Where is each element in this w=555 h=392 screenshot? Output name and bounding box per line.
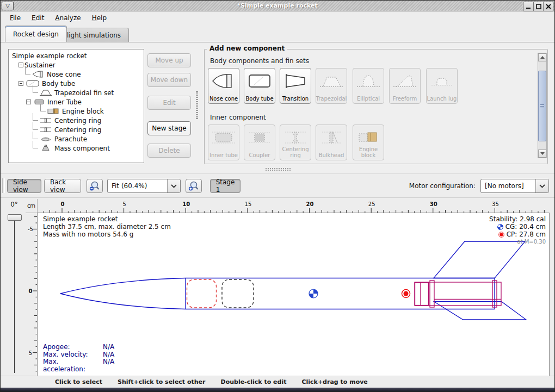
trapezoidal-fin-icon: [319, 73, 344, 89]
tree-item-trapezoidal-fin-set[interactable]: Trapezoidal fin set: [10, 88, 144, 97]
title-bar: ▽ *Simple example rocket: [1, 1, 554, 11]
add-launch-lug-button: Launch lug: [426, 68, 458, 104]
nose-cone-icon: [211, 73, 236, 89]
rocket-canvas[interactable]: Simple example rocket Length 37.5 cm, ma…: [38, 213, 549, 376]
inner-component-label: Inner component: [210, 114, 266, 121]
parachute-outline[interactable]: [187, 279, 217, 308]
rocket-info-text: Simple example rocket Length 37.5 cm, ma…: [43, 215, 171, 238]
rocket-outline[interactable]: [60, 241, 526, 320]
tree-item-centering-ring-2[interactable]: Centering ring: [10, 125, 144, 134]
svg-text:5: 5: [29, 350, 32, 356]
chevron-down-icon[interactable]: [535, 179, 548, 192]
engine-block-outline: [415, 283, 429, 306]
centering-ring-icon: [40, 117, 52, 124]
add-body-tube-button[interactable]: Body tube: [244, 68, 275, 104]
zoom-level-select[interactable]: Fit (60.4%): [107, 179, 181, 193]
cp-marker[interactable]: [402, 290, 410, 298]
tab-rocket-design[interactable]: Rocket design: [5, 26, 67, 42]
scroll-down-icon[interactable]: [538, 150, 546, 158]
horizontal-splitter[interactable]: [266, 168, 291, 171]
elliptical-fin-icon: [356, 73, 381, 89]
max-velocity-value: N/A: [103, 351, 114, 359]
rotation-slider-track[interactable]: [14, 216, 15, 373]
menu-analyze[interactable]: Analyze: [50, 13, 85, 23]
side-view-button[interactable]: Side view: [7, 179, 41, 193]
scroll-up-icon[interactable]: [538, 53, 546, 61]
add-trapezoidal-fin-button: Trapezoidal: [316, 68, 347, 104]
component-tree[interactable]: Simple example rocket Sustainer Nose con…: [8, 49, 144, 163]
svg-text:0: 0: [29, 288, 33, 294]
svg-text:25: 25: [368, 201, 375, 207]
svg-text:5: 5: [122, 201, 126, 207]
cg-marker[interactable]: [309, 289, 318, 298]
stability-info: Stability: 2.98 cal CG: 20.4 cm CP: 27.8…: [489, 215, 546, 245]
add-coupler-button: Coupler: [244, 125, 275, 160]
collapse-icon[interactable]: [26, 99, 31, 104]
mass-component-icon: [40, 145, 52, 152]
tree-item-body-tube[interactable]: Body tube: [10, 79, 144, 88]
engine-block-icon: [356, 129, 381, 146]
add-nose-cone-button[interactable]: Nose cone: [208, 68, 239, 104]
launch-lug-icon: [429, 73, 454, 89]
apogee-value: N/A: [103, 344, 114, 351]
cp-value: CP: 27.8 cm: [507, 231, 546, 238]
stage-1-toggle[interactable]: Stage 1: [210, 179, 240, 193]
motor-configuration-select[interactable]: [No motors]: [480, 179, 549, 193]
tree-item-inner-tube[interactable]: Inner Tube: [10, 97, 144, 107]
menu-bar: File Edit Analyze Help: [1, 11, 554, 24]
fin-upper[interactable]: [434, 241, 525, 278]
parachute-icon: [40, 135, 52, 142]
edit-button: Edit: [147, 96, 191, 110]
mass-component-outline[interactable]: [222, 279, 254, 308]
svg-text:30: 30: [430, 201, 437, 207]
zoom-in-button[interactable]: [186, 179, 202, 193]
component-panel-scrollbar[interactable]: [538, 53, 547, 158]
add-new-component-group: Add new component Body components and fi…: [204, 49, 548, 164]
menu-edit[interactable]: Edit: [27, 13, 49, 23]
cp-legend-icon: [498, 232, 504, 238]
flight-stats: Apogee:N/A Max. velocity:N/A Max. accele…: [43, 344, 114, 373]
inner-tube-outline: [415, 282, 501, 306]
rotation-angle-value: 0°: [4, 201, 24, 208]
collapse-icon[interactable]: [18, 81, 23, 86]
cg-value: CG: 20.4 cm: [505, 223, 546, 231]
menu-help[interactable]: Help: [87, 13, 112, 23]
motor-mount-outline[interactable]: [415, 281, 501, 307]
tree-item-parachute[interactable]: Parachute: [10, 134, 144, 144]
centering-ring-icon: [283, 129, 308, 146]
chevron-down-icon[interactable]: [167, 179, 180, 192]
status-bar: Click to select Shift+click to select ot…: [1, 376, 554, 388]
collapse-icon[interactable]: [18, 63, 23, 67]
fin-lower[interactable]: [434, 302, 526, 320]
scrollbar-thumb[interactable]: [538, 71, 546, 141]
horizontal-ruler: 05101520253035: [38, 199, 549, 213]
window-title: *Simple example rocket: [1, 2, 554, 9]
centering-ring-icon: [40, 126, 52, 133]
maximize-icon[interactable]: [533, 2, 543, 11]
add-elliptical-fin-button: Elliptical: [353, 68, 384, 104]
zoom-out-button[interactable]: [87, 179, 103, 193]
svg-text:10: 10: [182, 201, 190, 207]
tree-item-mass-component[interactable]: Mass component: [10, 144, 144, 153]
tab-strip: Rocket design Flight simulations: [1, 24, 554, 42]
tree-item-centering-ring-1[interactable]: Centering ring: [10, 116, 144, 125]
menu-file[interactable]: File: [5, 13, 26, 23]
svg-text:0: 0: [61, 201, 65, 207]
bulkhead-icon: [319, 129, 344, 146]
add-transition-button[interactable]: Transition: [280, 68, 311, 104]
move-down-button: Move down: [147, 73, 191, 87]
back-view-button[interactable]: Back view: [44, 179, 81, 193]
new-stage-button[interactable]: New stage: [147, 121, 191, 135]
freeform-fin-icon: [392, 73, 417, 89]
tree-item-nose-cone[interactable]: Nose cone: [10, 70, 144, 79]
group-title: Add new component: [207, 45, 287, 52]
minimize-icon[interactable]: [523, 2, 533, 11]
tree-item-engine-block[interactable]: Engine block: [10, 107, 144, 116]
hint-shift-click: Shift+click to select other: [118, 378, 206, 385]
vertical-splitter[interactable]: [196, 91, 198, 119]
close-icon[interactable]: [543, 2, 553, 11]
tree-item-rocket[interactable]: Simple example rocket: [10, 51, 144, 60]
rotation-slider-handle[interactable]: [8, 214, 22, 221]
rocket-view-area: 0° cm 05101520253035 -505: [1, 197, 554, 376]
rocket-design-panel: Simple example rocket Sustainer Nose con…: [1, 42, 554, 173]
